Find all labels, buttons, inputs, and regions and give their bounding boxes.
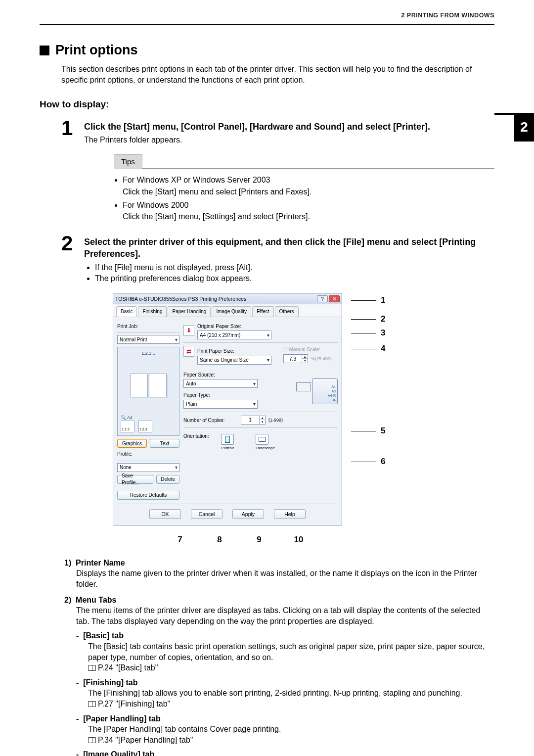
preview-pane: 1.2.3... 🔍 A4 1.2.3 <box>117 347 179 436</box>
step-2-bullet-1: If the [File] menu is not displayed, pre… <box>95 262 494 273</box>
step-1-body: The Printers folder appears. <box>84 135 494 145</box>
orientation-portrait-sublabel: Portrait <box>221 446 234 451</box>
tab-paper-handling[interactable]: Paper Handling <box>168 306 211 317</box>
copies-label: Number of Copies: <box>183 417 238 424</box>
paper-source-select[interactable]: Auto <box>183 379 258 388</box>
manual-scale-range: %(25-400) <box>311 356 332 362</box>
heading-text: Print options <box>55 43 137 58</box>
callout-5: 5 <box>381 426 385 435</box>
desc-paper-handling-tab-ref: P.34 "[Paper Handling] tab" <box>88 735 494 746</box>
callout-2: 2 <box>381 314 385 324</box>
desc-printer-name: 1) Printer Name Displays the name given … <box>64 558 494 590</box>
restore-defaults-button[interactable]: Restore Defaults <box>117 491 179 500</box>
callout-column: 1 2 3 4 5 6 <box>351 293 385 465</box>
manual-scale-checkbox[interactable]: ☐ Manual Scale: <box>283 347 320 352</box>
step-number: 1 <box>61 118 75 224</box>
desc-basic-tab-ref: P.24 "[Basic] tab" <box>88 662 494 673</box>
paper-swap-icon: ⇄ <box>183 346 194 357</box>
tab-strip: Basic Finishing Paper Handling Image Qua… <box>113 304 342 317</box>
tips-box: Tips For Windows XP or Windows Server 20… <box>114 154 494 222</box>
print-job-select[interactable]: Normal Print <box>117 335 179 344</box>
chapter-tab: 2 <box>514 113 534 142</box>
paper-source-label: Paper Source: <box>183 372 290 378</box>
print-paper-size-select[interactable]: Same as Original Size <box>197 356 271 365</box>
step-number: 2 <box>61 233 75 546</box>
step-2: 2 Select the printer driver of this equi… <box>61 233 494 546</box>
manual-scale-spinner[interactable]: 7.3 ▴▾ <box>283 354 308 363</box>
print-paper-size-label: Print Paper Size: <box>197 348 271 355</box>
paper-type-label: Paper Type: <box>183 392 290 399</box>
help-button[interactable]: Help <box>274 509 306 519</box>
tab-others[interactable]: Others <box>275 306 299 317</box>
tips-label: Tips <box>114 154 142 169</box>
orientation-landscape-button[interactable] <box>256 434 268 445</box>
ok-button[interactable]: OK <box>149 509 181 519</box>
desc-finishing-tab-body: The [Finishing] tab allows you to enable… <box>88 688 494 699</box>
callout-6: 6 <box>381 457 385 466</box>
orientation-portrait-button[interactable] <box>221 434 234 445</box>
book-icon <box>88 701 96 707</box>
save-profile-button[interactable]: Save Profile... <box>117 475 153 484</box>
preview-mini-icon: 1.2.3 <box>138 421 152 432</box>
original-paper-size-select[interactable]: A4 (210 x 297mm) <box>197 331 271 339</box>
orientation-landscape-sublabel: Landscape <box>256 446 275 451</box>
callout-1: 1 <box>381 295 385 305</box>
book-icon <box>88 665 96 671</box>
heading-marker-icon <box>40 46 49 55</box>
print-job-label: Print Job: <box>117 323 179 330</box>
top-rule <box>40 24 494 25</box>
book-icon <box>88 737 96 743</box>
tip-xp: For Windows XP or Windows Server 2003 Cl… <box>123 174 494 197</box>
desc-finishing-tab-ref: P.27 "[Finishing] tab" <box>88 699 494 709</box>
text-toggle-button[interactable]: Text <box>150 439 179 448</box>
paper-type-select[interactable]: Plain <box>183 400 258 409</box>
preview-size-label: 🔍 A4 <box>121 415 176 421</box>
desc-paper-handling-tab-head: - [Paper Handling] tab <box>76 713 494 724</box>
callout-3: 3 <box>381 328 385 337</box>
printing-preferences-dialog: TOSHIBA e-STUDIO855Series PS3 Printing P… <box>113 293 342 525</box>
preview-sequence-label: 1.2.3... <box>141 350 155 356</box>
callout-9: 9 <box>254 534 264 546</box>
desc-basic-tab-head: - [Basic] tab <box>76 630 494 641</box>
copies-spinner[interactable]: 1 ▴▾ <box>241 416 266 425</box>
section-heading: Print options <box>40 43 494 58</box>
step-1-title: Click the [Start] menu, [Control Panel],… <box>84 121 494 133</box>
callout-10: 10 <box>294 534 304 546</box>
step-1: 1 Click the [Start] menu, [Control Panel… <box>61 118 494 224</box>
titlebar-help-button[interactable]: ? <box>317 295 328 302</box>
portrait-icon <box>225 436 230 443</box>
callout-8: 8 <box>215 534 224 546</box>
copies-range: (1-999) <box>268 417 283 423</box>
desc-paper-handling-tab-body: The [Paper Handling] tab contains Cover … <box>88 724 494 735</box>
tab-image-quality[interactable]: Image Quality <box>212 306 251 317</box>
callout-4: 4 <box>381 344 385 353</box>
titlebar-close-button[interactable]: ✕ <box>329 295 340 302</box>
original-paper-size-label: Original Paper Size: <box>197 323 338 330</box>
callout-7: 7 <box>175 534 185 546</box>
dialog-titlebar: TOSHIBA e-STUDIO855Series PS3 Printing P… <box>113 293 342 304</box>
printer-illustration-icon: A4 A3 A4-R B4 <box>293 370 338 404</box>
running-head: 2 PRINTING FROM WINDOWS <box>40 12 494 19</box>
delete-profile-button[interactable]: Delete <box>156 475 179 484</box>
desc-menu-tabs: 2) Menu Tabs The menu items of the print… <box>64 595 494 756</box>
tip-w2k: For Windows 2000 Click the [Start] menu,… <box>123 199 494 222</box>
desc-basic-tab-body: The [Basic] tab contains basic print ope… <box>88 641 494 662</box>
preview-page-icon <box>130 374 148 397</box>
apply-button[interactable]: Apply <box>232 509 264 519</box>
profile-label: Profile: <box>117 451 179 458</box>
bottom-callout-row: 7 8 9 10 <box>139 534 339 546</box>
cancel-button[interactable]: Cancel <box>191 509 222 519</box>
landscape-icon <box>259 437 266 442</box>
step-2-title: Select the printer driver of this equipm… <box>84 236 494 260</box>
intro-paragraph: This section describes print options in … <box>61 64 494 85</box>
tab-effect[interactable]: Effect <box>252 306 273 317</box>
graphics-toggle-button[interactable]: Graphics <box>117 439 147 448</box>
dialog-title: TOSHIBA e-STUDIO855Series PS3 Printing P… <box>115 295 246 302</box>
tab-finishing[interactable]: Finishing <box>138 306 167 317</box>
desc-image-quality-tab-head: - [Image Quality] tab <box>76 749 494 756</box>
subsection-heading: How to display: <box>40 99 494 110</box>
paper-down-arrow-icon: ⬇ <box>183 325 194 336</box>
profile-select[interactable]: None <box>117 463 179 472</box>
tab-basic[interactable]: Basic <box>116 306 137 317</box>
step-2-bullet-2: The printing preferences dialog box appe… <box>95 273 494 284</box>
